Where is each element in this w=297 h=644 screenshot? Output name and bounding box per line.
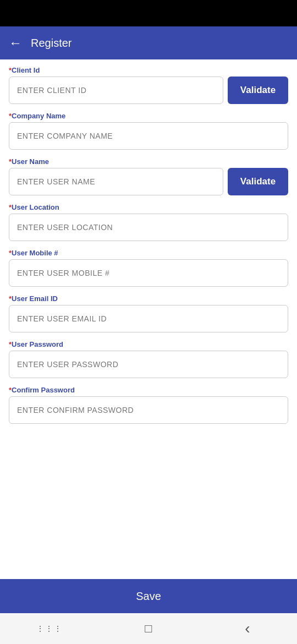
user-mobile-input[interactable] <box>9 259 288 287</box>
back-button[interactable]: ← <box>9 35 22 51</box>
client-id-label: *Client Id <box>9 66 288 74</box>
page-title: Register <box>31 37 72 50</box>
company-name-label: *Company Name <box>9 112 288 120</box>
confirm-password-input[interactable] <box>9 396 288 424</box>
user-password-group: *User Password <box>9 340 288 378</box>
client-id-input[interactable] <box>9 77 223 104</box>
confirm-password-group: *Confirm Password <box>9 386 288 424</box>
user-location-label: *User Location <box>9 203 288 211</box>
user-location-input[interactable] <box>9 214 288 241</box>
save-label: Save <box>136 590 161 603</box>
user-password-label: *User Password <box>9 340 288 348</box>
user-location-label-text: User Location <box>12 203 59 211</box>
user-name-input[interactable] <box>9 168 223 195</box>
user-name-validate-button[interactable]: Validate <box>228 168 288 195</box>
company-name-label-text: Company Name <box>12 112 65 120</box>
user-email-label-text: User Email ID <box>12 294 58 303</box>
back-nav-icon[interactable] <box>231 618 264 640</box>
user-password-input[interactable] <box>9 351 288 378</box>
user-mobile-label: *User Mobile # <box>9 249 288 257</box>
user-location-group: *User Location <box>9 203 288 241</box>
user-name-label: *User Name <box>9 157 288 166</box>
home-nav-icon[interactable] <box>132 618 165 640</box>
user-name-row: Validate <box>9 168 288 195</box>
client-id-row: Validate <box>9 77 288 104</box>
user-name-label-text: User Name <box>12 157 49 166</box>
user-email-group: *User Email ID <box>9 294 288 332</box>
save-button[interactable]: Save <box>0 579 297 613</box>
user-mobile-label-text: User Mobile # <box>12 249 58 257</box>
company-name-group: *Company Name <box>9 112 288 150</box>
user-password-label-text: User Password <box>12 340 63 348</box>
user-email-label: *User Email ID <box>9 294 288 303</box>
client-id-validate-button[interactable]: Validate <box>228 77 288 104</box>
client-id-label-text: Client Id <box>12 66 40 74</box>
status-bar <box>0 0 297 26</box>
confirm-password-label-text: Confirm Password <box>12 386 75 394</box>
company-name-input[interactable] <box>9 122 288 150</box>
user-mobile-group: *User Mobile # <box>9 249 288 287</box>
user-email-input[interactable] <box>9 305 288 332</box>
menu-nav-icon[interactable] <box>33 618 66 640</box>
nav-bar <box>0 613 297 644</box>
client-id-group: *Client Id Validate <box>9 66 288 104</box>
form-content: *Client Id Validate *Company Name *User … <box>0 59 297 579</box>
confirm-password-label: *Confirm Password <box>9 386 288 394</box>
user-name-group: *User Name Validate <box>9 157 288 195</box>
header: ← Register <box>0 26 297 59</box>
